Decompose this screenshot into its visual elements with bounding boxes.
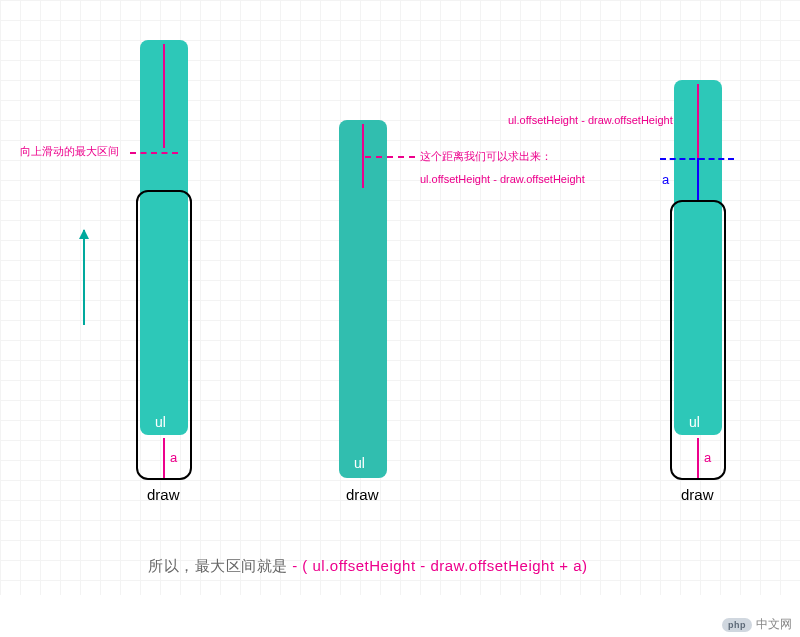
- conclusion: 所以，最大区间就是 - ( ul.offsetHeight - draw.off…: [148, 557, 588, 576]
- ul-label-2: ul: [354, 455, 365, 471]
- annot3-dash: [660, 158, 734, 160]
- a-line-1: [163, 438, 165, 478]
- watermark: php 中文网: [722, 616, 792, 633]
- a-label-1: a: [170, 450, 177, 465]
- ul-label-3: ul: [689, 414, 700, 430]
- overflow-line-3-pink: [697, 84, 699, 158]
- a-label-3-blue: a: [662, 172, 669, 187]
- annot2-line1: 这个距离我们可以求出来：: [420, 149, 552, 164]
- draw-label-2: draw: [346, 486, 379, 503]
- watermark-badge: php: [722, 618, 752, 632]
- up-arrow: [83, 230, 85, 325]
- overflow-line-2: [362, 124, 364, 188]
- annot1-text: 向上滑动的最大区间: [20, 144, 119, 159]
- overflow-line-3-blue: [697, 158, 699, 200]
- ul-label-1: ul: [155, 414, 166, 430]
- annot1-dash: [130, 152, 178, 154]
- conclusion-prefix: 所以，最大区间就是: [148, 557, 292, 574]
- conclusion-formula: - ( ul.offsetHeight - draw.offsetHeight …: [292, 557, 587, 574]
- a-line-3: [697, 438, 699, 478]
- draw-label-3: draw: [681, 486, 714, 503]
- watermark-text: 中文网: [756, 616, 792, 633]
- annot2-dash: [365, 156, 415, 158]
- draw-box-1: [136, 190, 192, 480]
- a-label-3b: a: [704, 450, 711, 465]
- annot2-line2: ul.offsetHeight - draw.offsetHeight: [420, 173, 585, 185]
- diagram-area: ul a draw 向上滑动的最大区间 ul draw 这个距离我们可以求出来：…: [0, 0, 800, 595]
- annot3-text: ul.offsetHeight - draw.offsetHeight: [508, 114, 673, 126]
- draw-label-1: draw: [147, 486, 180, 503]
- overflow-line-1: [163, 44, 165, 148]
